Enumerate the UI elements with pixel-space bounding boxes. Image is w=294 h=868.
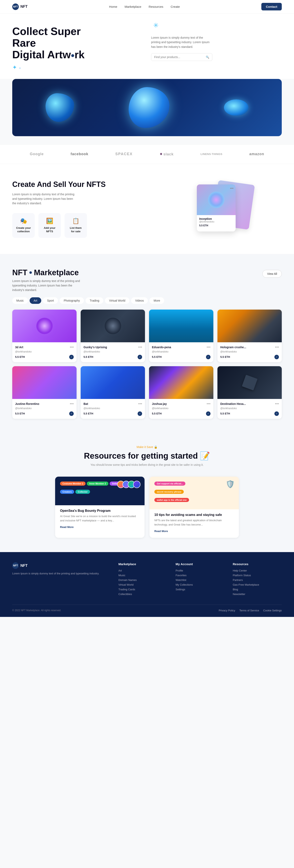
nft-card-body-6: Joshua-jay ••• @torikhandoko 5.5 ETH ✓: [149, 399, 213, 419]
nft-featured-price: 5.5 ETH: [199, 224, 233, 227]
navbar: NFT NFT Home Marketplace Resources Creat…: [0, 0, 294, 13]
footer-link-favorites[interactable]: Favorites: [176, 574, 225, 577]
hero-banner: [12, 79, 282, 136]
nft-card-row-1: Gunky's Uprising •••: [83, 345, 142, 349]
footer-link-virtual[interactable]: Virtual World: [118, 583, 168, 586]
resource-tags-1c: wallet app is the official one: [154, 498, 234, 504]
nft-featured-image: [197, 184, 235, 215]
nft-more-5[interactable]: •••: [138, 402, 142, 406]
footer-marketplace-title: Marketplace: [118, 562, 168, 566]
tab-videos[interactable]: Videos: [131, 297, 148, 304]
footer-terms[interactable]: Terms of Service: [239, 609, 259, 612]
create-sell-title: Create And Sell Your NFTS: [12, 180, 152, 189]
footer-link-collectibles[interactable]: Collectibles: [118, 593, 168, 596]
nft-more-1[interactable]: •••: [138, 345, 142, 349]
create-sell-section: Create And Sell Your NFTS Lorem Ipsum is…: [0, 164, 294, 254]
footer-copyright: © 2022 NFT Marketplace. All rights reser…: [12, 609, 61, 612]
nav-home[interactable]: Home: [109, 5, 117, 8]
nft-creator-1: @torikhandoko: [83, 350, 142, 353]
view-all-button[interactable]: View All: [262, 270, 282, 278]
nft-badge-3: ✓: [274, 355, 279, 359]
tag-inner-member: Inner Member 2: [87, 482, 108, 486]
nft-card-3: Hologram crushe... ••• @torikhandoko 5.5…: [217, 310, 282, 362]
nft-name-2: Eduardo-pena: [152, 346, 171, 349]
nft-card-row-6: Joshua-jay •••: [152, 402, 211, 406]
footer-link-settings[interactable]: Settings: [176, 588, 225, 591]
nft-name-5: Bat: [83, 402, 88, 405]
shape-center: [128, 87, 170, 128]
nft-card-row-2: Eduardo-pena •••: [152, 345, 211, 349]
create-sell-desc: Lorem Ipsum is simply dummy text of the …: [12, 192, 78, 206]
footer-logo-icon: NFT: [12, 562, 19, 569]
step-create-collection[interactable]: 🎭 Create your collection: [12, 213, 35, 238]
tab-virtual-world[interactable]: Virtual World: [105, 297, 130, 304]
footer-cookies[interactable]: Cookie Settings: [263, 609, 282, 612]
resource-card-0: Costume Member 1 Inner Member 2 Seller C…: [55, 477, 145, 538]
read-more-0[interactable]: Read More: [60, 526, 73, 529]
footer-privacy[interactable]: Privacy Policy: [219, 609, 235, 612]
footer-link-help[interactable]: Help Center: [233, 569, 282, 572]
footer-link-status[interactable]: Platform Status: [233, 574, 282, 577]
nft-card-more-icon[interactable]: •••: [230, 186, 233, 190]
deco-star: ✳: [153, 22, 284, 29]
step-list-sale[interactable]: 📋 List them for sale: [65, 213, 87, 238]
tab-music[interactable]: Music: [12, 297, 28, 304]
nft-more-2[interactable]: •••: [207, 345, 211, 349]
tab-trading[interactable]: Trading: [85, 297, 103, 304]
nft-footer-0: 5.5 ETH ✓: [15, 355, 74, 359]
nft-card-body-0: 3d Art ••• @torikhandoko 5.5 ETH ✓: [12, 342, 77, 362]
nft-name-0: 3d Art: [15, 346, 23, 349]
footer-link-watchlist[interactable]: Watchlist: [176, 579, 225, 582]
resource-card-bottom-1: 10 tips for avoiding scams and staying s…: [149, 509, 239, 538]
hero-right: ✳ Lorem Ipsum is simply dummy text of th…: [151, 26, 282, 61]
resource-tags-1b: secret recovery phrase: [154, 490, 234, 495]
nft-card-body-5: Bat ••• @torikhandoko 5.5 ETH ✓: [81, 399, 145, 419]
resource-card-bottom-0: OpenSea's Bug Bounty Program At Great Si…: [55, 505, 145, 534]
footer-link-blog[interactable]: Blog: [233, 588, 282, 591]
footer-link-music[interactable]: Music: [118, 574, 168, 577]
tab-more[interactable]: More: [149, 297, 164, 304]
tab-sport[interactable]: Sport: [43, 297, 58, 304]
step-add-icon: 🖼️: [42, 218, 57, 224]
footer-link-newsletter[interactable]: Newsletter: [233, 593, 282, 596]
tab-photography[interactable]: Photography: [60, 297, 84, 304]
contact-button[interactable]: Contact: [261, 3, 282, 10]
footer-brand: NFT NFT Lorem Ipsum is simply dummy text…: [12, 562, 110, 597]
resource-card-title-1: 10 tips for avoiding scams and staying s…: [154, 513, 234, 517]
resources-title: Resources for getting started 📝: [12, 451, 282, 461]
nav-marketplace[interactable]: Marketplace: [124, 5, 141, 8]
footer-link-collections[interactable]: My Collections: [176, 583, 225, 586]
step-list-label: List them for sale: [68, 226, 83, 233]
search-button[interactable]: 🔍: [203, 54, 212, 61]
create-steps: 🎭 Create your collection 🖼️ Add your NFT…: [12, 213, 152, 238]
nft-more-4[interactable]: •••: [70, 402, 74, 406]
search-input[interactable]: [151, 53, 203, 61]
nft-more-3[interactable]: •••: [275, 345, 279, 349]
footer-link-trading[interactable]: Trading Cards: [118, 588, 168, 591]
tag-recovery: secret recovery phrase: [154, 490, 184, 494]
footer-link-art[interactable]: Art: [118, 569, 168, 572]
marketplace-header-left: NFTMarketplace Lorem Ipsum is simply dum…: [12, 268, 82, 292]
nav-resources[interactable]: Resources: [149, 5, 163, 8]
nft-more-0[interactable]: •••: [70, 345, 74, 349]
nft-card-2: Eduardo-pena ••• @torikhandoko 5.5 ETH ✓: [149, 310, 213, 362]
tab-art[interactable]: Art: [30, 297, 41, 304]
nav-create[interactable]: Create: [171, 5, 180, 8]
step-add-nfts[interactable]: 🖼️ Add your NFTS: [38, 213, 61, 238]
footer-link-profile[interactable]: Profile: [176, 569, 225, 572]
nft-creator-7: @torikhandoko: [220, 407, 279, 410]
footer-link-gas-free[interactable]: Gas-Free Marketplace: [233, 583, 282, 586]
nft-image-6: [149, 366, 213, 399]
step-add-label: Add your NFTS: [42, 226, 57, 233]
read-more-1[interactable]: Read More: [154, 530, 168, 533]
partner-amazon: amazon: [249, 152, 264, 156]
footer-bottom: © 2022 NFT Marketplace. All rights reser…: [12, 604, 282, 612]
nft-more-7[interactable]: •••: [275, 402, 279, 406]
marketplace-header: NFTMarketplace Lorem Ipsum is simply dum…: [12, 268, 282, 292]
nft-card-body-2: Eduardo-pena ••• @torikhandoko 5.5 ETH ✓: [149, 342, 213, 362]
footer-link-partners[interactable]: Partners: [233, 579, 282, 582]
nft-image-0: [12, 310, 77, 342]
footer-link-domains[interactable]: Domain Names: [118, 579, 168, 582]
nft-image-3: [217, 310, 282, 342]
nft-more-6[interactable]: •••: [207, 402, 211, 406]
